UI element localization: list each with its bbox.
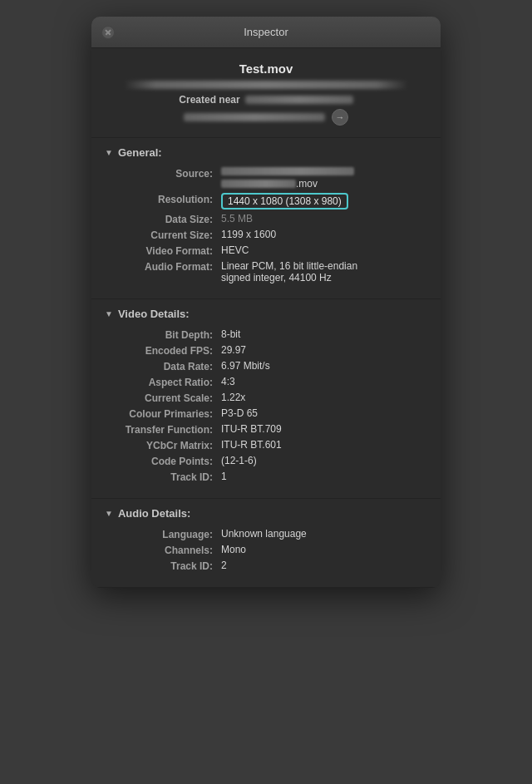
- video-detail-label: Encoded FPS:: [105, 344, 221, 357]
- video-detail-label: Colour Primaries:: [105, 407, 221, 420]
- video-details-section-header[interactable]: ▼ Video Details:: [105, 308, 427, 320]
- general-chevron-icon: ▼: [105, 148, 113, 157]
- audio-details-section: ▼ Audio Details: Language: Unknown langu…: [91, 499, 441, 588]
- source-label: Source:: [105, 167, 221, 180]
- video-detail-label: Data Rate:: [105, 360, 221, 372]
- video-detail-row: Aspect Ratio: 4:3: [105, 376, 427, 388]
- created-location-blurred: [245, 96, 353, 104]
- video-detail-label: Aspect Ratio:: [105, 376, 221, 388]
- audio-detail-row: Track ID: 2: [105, 560, 427, 572]
- video-detail-value: 4:3: [221, 376, 427, 387]
- current-size-value: 1199 x 1600: [221, 229, 427, 240]
- video-detail-label: Track ID:: [105, 471, 221, 483]
- audio-detail-label: Language:: [105, 528, 221, 540]
- audio-detail-label: Track ID:: [105, 560, 221, 572]
- video-detail-value: ITU-R BT.601: [221, 439, 427, 451]
- filename: Test.mov: [108, 62, 424, 76]
- video-format-row: Video Format: HEVC: [105, 244, 427, 257]
- video-details-table: Bit Depth: 8-bit Encoded FPS: 29.97 Data…: [105, 328, 427, 483]
- source-row: Source: .mov: [105, 167, 427, 190]
- video-detail-value: 1: [221, 471, 427, 482]
- video-detail-row: YCbCr Matrix: ITU-R BT.601: [105, 439, 427, 451]
- window-title: Inspector: [244, 26, 288, 38]
- audio-detail-value: Unknown language: [221, 528, 427, 540]
- video-detail-row: Current Scale: 1.22x: [105, 392, 427, 404]
- current-size-row: Current Size: 1199 x 1600: [105, 229, 427, 241]
- audio-format-label: Audio Format:: [105, 260, 221, 273]
- video-detail-value: 29.97: [221, 344, 427, 356]
- general-section-label: General:: [118, 146, 162, 159]
- source-suffix: .mov: [296, 178, 318, 190]
- audio-format-row: Audio Format: Linear PCM, 16 bit little-…: [105, 260, 427, 284]
- source-blurred-line2: .mov: [221, 178, 427, 190]
- video-details-chevron-icon: ▼: [105, 309, 113, 318]
- video-detail-label: Bit Depth:: [105, 328, 221, 341]
- video-detail-value: P3-D 65: [221, 407, 427, 419]
- video-detail-row: Colour Primaries: P3-D 65: [105, 407, 427, 420]
- title-bar: Inspector: [91, 17, 441, 48]
- video-detail-label: YCbCr Matrix:: [105, 439, 221, 451]
- video-detail-row: Track ID: 1: [105, 471, 427, 483]
- resolution-value: 1440 x 1080 (1308 x 980): [221, 193, 427, 210]
- video-detail-value: 8-bit: [221, 328, 427, 340]
- general-section: ▼ General: Source: .mov Resolution:: [91, 138, 441, 299]
- audio-format-value: Linear PCM, 16 bit little-endian signed …: [221, 260, 427, 284]
- video-detail-row: Transfer Function: ITU-R BT.709: [105, 423, 427, 436]
- close-button[interactable]: [101, 26, 115, 39]
- resolution-label: Resolution:: [105, 193, 221, 205]
- video-detail-value: ITU-R BT.709: [221, 423, 427, 435]
- blurred-path-line: [108, 81, 424, 89]
- source-blurred-line1: [221, 167, 354, 175]
- audio-detail-value: Mono: [221, 544, 427, 555]
- audio-detail-row: Channels: Mono: [105, 544, 427, 556]
- video-detail-row: Code Points: (12-1-6): [105, 455, 427, 467]
- video-detail-label: Transfer Function:: [105, 423, 221, 436]
- video-detail-value: 6.97 Mbit/s: [221, 360, 427, 372]
- video-detail-label: Current Scale:: [105, 392, 221, 404]
- arrow-icon: →: [336, 112, 345, 122]
- source-partial-blurred: [221, 180, 296, 188]
- video-format-label: Video Format:: [105, 244, 221, 257]
- location-blurred: [184, 113, 325, 121]
- location-row: →: [108, 109, 424, 126]
- video-detail-label: Code Points:: [105, 455, 221, 467]
- general-section-header[interactable]: ▼ General:: [105, 146, 427, 159]
- data-size-row: Data Size: 5.5 MB: [105, 213, 427, 225]
- file-header: Test.mov Created near →: [91, 48, 441, 138]
- audio-detail-value: 2: [221, 560, 427, 571]
- source-value: .mov: [221, 167, 427, 190]
- audio-details-table: Language: Unknown language Channels: Mon…: [105, 528, 427, 572]
- video-detail-value: (12-1-6): [221, 455, 427, 466]
- video-details-section-label: Video Details:: [118, 308, 190, 320]
- created-label: Created near: [179, 94, 239, 106]
- video-format-value: HEVC: [221, 244, 427, 256]
- data-size-value: 5.5 MB: [221, 213, 427, 224]
- inspector-window: Inspector Test.mov Created near → ▼ Gene…: [91, 17, 441, 588]
- video-detail-value: 1.22x: [221, 392, 427, 403]
- audio-detail-label: Channels:: [105, 544, 221, 556]
- current-size-label: Current Size:: [105, 229, 221, 241]
- audio-details-section-header[interactable]: ▼ Audio Details:: [105, 507, 427, 520]
- data-size-label: Data Size:: [105, 213, 221, 225]
- video-detail-row: Bit Depth: 8-bit: [105, 328, 427, 341]
- video-detail-row: Data Rate: 6.97 Mbit/s: [105, 360, 427, 372]
- audio-details-chevron-icon: ▼: [105, 509, 113, 518]
- video-detail-row: Encoded FPS: 29.97: [105, 344, 427, 357]
- audio-detail-row: Language: Unknown language: [105, 528, 427, 540]
- resolution-highlight: 1440 x 1080 (1308 x 980): [221, 193, 348, 210]
- resolution-row: Resolution: 1440 x 1080 (1308 x 980): [105, 193, 427, 210]
- general-info-table: Source: .mov Resolution: 1440 x 1080 (13…: [105, 167, 427, 284]
- created-near-row: Created near: [108, 94, 424, 106]
- navigate-arrow-button[interactable]: →: [332, 109, 348, 126]
- video-details-section: ▼ Video Details: Bit Depth: 8-bit Encode…: [91, 299, 441, 499]
- audio-details-section-label: Audio Details:: [118, 507, 190, 520]
